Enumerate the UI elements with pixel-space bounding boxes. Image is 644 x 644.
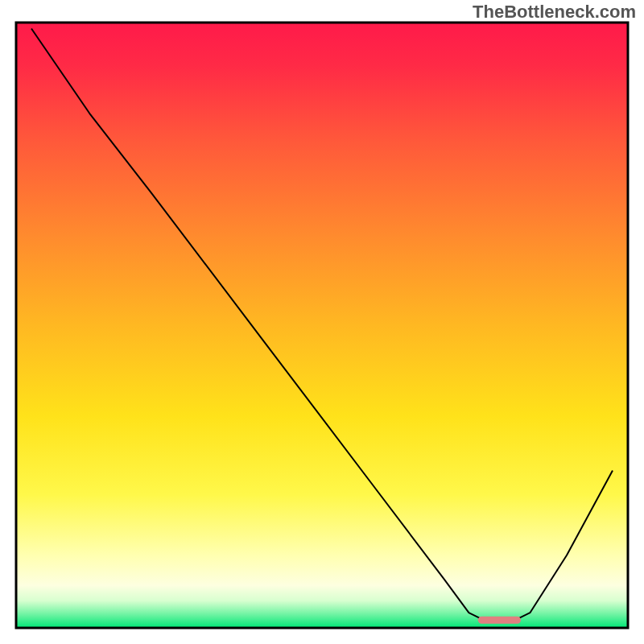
chart-svg — [0, 0, 644, 644]
gradient-background — [16, 23, 628, 628]
bottleneck-chart: TheBottleneck.com — [0, 0, 644, 644]
watermark-text: TheBottleneck.com — [473, 2, 636, 23]
marker-optimal-range — [478, 617, 521, 624]
